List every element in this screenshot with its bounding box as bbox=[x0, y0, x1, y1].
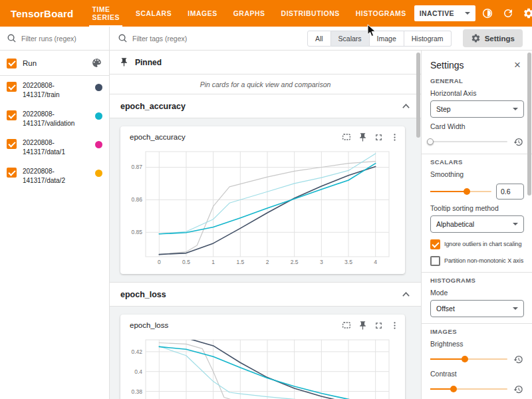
theme-contrast-button[interactable] bbox=[479, 5, 496, 22]
section-body-epoch-accuracy: epoch_accuracy bbox=[110, 118, 421, 283]
gear-icon bbox=[471, 33, 481, 43]
app-title: TensorBoard bbox=[0, 0, 84, 27]
card-header: epoch_loss bbox=[120, 315, 405, 336]
partition-x-axis-row[interactable]: Partition non-monotonic X axis bbox=[430, 255, 524, 266]
runs-filter-box bbox=[0, 27, 110, 50]
close-icon[interactable] bbox=[511, 59, 524, 72]
fit-to-domain-icon bbox=[341, 320, 352, 331]
main-scrollbar-thumb[interactable] bbox=[416, 53, 420, 138]
run-name: 20220808-141317/train bbox=[23, 81, 89, 99]
tab-scalars[interactable]: SCALARS bbox=[128, 0, 180, 27]
svg-text:2: 2 bbox=[266, 259, 269, 265]
run-row-data-1[interactable]: 20220808-141317/data/1 bbox=[0, 133, 109, 162]
horizontal-axis-select[interactable]: Step bbox=[430, 100, 524, 118]
filter-scalars-button[interactable]: Scalars bbox=[331, 31, 370, 47]
svg-text:1: 1 bbox=[211, 259, 215, 265]
smoothing-row bbox=[430, 184, 524, 200]
svg-text:0.85: 0.85 bbox=[131, 229, 142, 235]
chart-container: 00.511.522.533.540.850.860.87 bbox=[120, 148, 405, 274]
tooltip-sorting-select[interactable]: Alphabetical bbox=[430, 215, 524, 233]
chevron-up-icon[interactable] bbox=[402, 103, 410, 109]
brightness-slider[interactable] bbox=[430, 354, 507, 364]
tag-type-filter-group: All Scalars Image Histogram bbox=[307, 31, 452, 47]
section-header-epoch-accuracy[interactable]: epoch_accuracy bbox=[110, 94, 421, 118]
run-checkbox[interactable] bbox=[7, 82, 17, 92]
card-header: epoch_accuracy bbox=[120, 126, 405, 148]
refresh-icon bbox=[502, 7, 514, 19]
card-width-reset-button[interactable] bbox=[512, 136, 524, 148]
svg-text:0.86: 0.86 bbox=[131, 196, 142, 203]
run-row-train[interactable]: 20220808-141317/train bbox=[0, 76, 109, 104]
partition-x-axis-checkbox[interactable] bbox=[430, 256, 440, 266]
filter-histogram-button[interactable]: Histogram bbox=[404, 31, 452, 47]
run-color-dot bbox=[95, 141, 102, 148]
panel-scrollbar-thumb[interactable] bbox=[527, 53, 531, 196]
card-actions bbox=[338, 317, 402, 333]
search-icon bbox=[118, 33, 128, 43]
pinned-empty-hint: Pin cards for a quick view and compariso… bbox=[110, 74, 421, 94]
histogram-mode-select[interactable]: Offset bbox=[430, 300, 524, 317]
section-title: epoch_accuracy bbox=[120, 102, 186, 111]
epoch-loss-chart[interactable]: 00.511.522.533.540.360.380.40.42 bbox=[122, 336, 397, 399]
run-checkbox[interactable] bbox=[7, 139, 17, 149]
tensorboard-app: TensorBoard TIME SERIES SCALARS IMAGES G… bbox=[0, 0, 532, 399]
horizontal-axis-label: Horizontal Axis bbox=[430, 89, 524, 97]
app-header: TensorBoard TIME SERIES SCALARS IMAGES G… bbox=[0, 0, 532, 27]
more-options-button[interactable] bbox=[386, 317, 402, 333]
runs-sidebar: Run 20220808-141317/train 20220808-14131… bbox=[0, 51, 110, 399]
fullscreen-button[interactable] bbox=[370, 317, 386, 333]
chevron-down-icon bbox=[513, 108, 518, 110]
brightness-reset-button[interactable] bbox=[512, 353, 524, 365]
run-checkbox[interactable] bbox=[7, 168, 17, 178]
epoch-accuracy-chart[interactable]: 00.511.522.533.540.850.860.87 bbox=[122, 148, 397, 269]
fit-to-domain-button[interactable] bbox=[338, 317, 354, 333]
chevron-up-icon[interactable] bbox=[402, 291, 410, 297]
fullscreen-button[interactable] bbox=[370, 129, 386, 145]
chevron-down-icon bbox=[513, 307, 518, 310]
refresh-button[interactable] bbox=[499, 5, 517, 22]
palette-icon[interactable] bbox=[91, 57, 102, 68]
svg-text:0.4: 0.4 bbox=[134, 368, 142, 375]
tab-distributions[interactable]: DISTRIBUTIONS bbox=[273, 0, 348, 27]
tab-graphs[interactable]: GRAPHS bbox=[225, 0, 273, 27]
pin-card-button[interactable] bbox=[354, 129, 370, 145]
svg-text:4: 4 bbox=[374, 259, 377, 265]
contrast-slider[interactable] bbox=[430, 384, 507, 394]
brightness-row bbox=[430, 353, 524, 365]
pin-icon bbox=[358, 321, 368, 331]
restore-icon bbox=[513, 137, 523, 147]
filter-runs-input[interactable] bbox=[21, 35, 102, 43]
tab-histograms[interactable]: HISTOGRAMS bbox=[348, 0, 414, 27]
svg-text:1.5: 1.5 bbox=[236, 259, 244, 265]
run-row-data-2[interactable]: 20220808-141317/data/2 bbox=[0, 162, 109, 190]
select-all-runs-checkbox[interactable] bbox=[7, 59, 17, 68]
settings-gear-button[interactable] bbox=[520, 5, 532, 22]
ignore-outliers-checkbox[interactable] bbox=[430, 239, 440, 249]
svg-text:0.5: 0.5 bbox=[182, 259, 190, 265]
filter-image-button[interactable]: Image bbox=[370, 31, 404, 47]
open-settings-button[interactable]: Settings bbox=[463, 29, 523, 47]
chevron-down-icon bbox=[465, 12, 470, 15]
card-width-slider[interactable] bbox=[430, 137, 507, 146]
smoothing-slider[interactable] bbox=[430, 187, 491, 196]
pinned-section-header: Pinned bbox=[110, 51, 421, 74]
svg-text:3: 3 bbox=[320, 259, 323, 265]
filter-all-button[interactable]: All bbox=[307, 31, 331, 47]
run-row-validation[interactable]: 20220808-141317/validation bbox=[0, 104, 109, 133]
pin-icon bbox=[358, 132, 368, 142]
tab-images[interactable]: IMAGES bbox=[180, 0, 225, 27]
fit-to-domain-button[interactable] bbox=[338, 129, 354, 145]
more-options-button[interactable] bbox=[386, 129, 402, 145]
chart-container: 00.511.522.533.540.360.380.40.42 bbox=[120, 336, 405, 399]
pin-card-button[interactable] bbox=[354, 317, 370, 333]
tab-time-series[interactable]: TIME SERIES bbox=[84, 0, 128, 27]
card-title: epoch_loss bbox=[130, 321, 338, 329]
filter-tags-input[interactable] bbox=[132, 35, 303, 43]
runs-header-label: Run bbox=[23, 59, 85, 67]
smoothing-value-input[interactable] bbox=[496, 184, 524, 200]
contrast-reset-button[interactable] bbox=[512, 383, 524, 395]
run-checkbox[interactable] bbox=[7, 110, 17, 120]
reload-status-select[interactable]: INACTIVE bbox=[414, 5, 475, 21]
section-header-epoch-loss[interactable]: epoch_loss bbox=[110, 283, 421, 307]
ignore-outliers-row[interactable]: Ignore outliers in chart scaling bbox=[430, 239, 524, 249]
